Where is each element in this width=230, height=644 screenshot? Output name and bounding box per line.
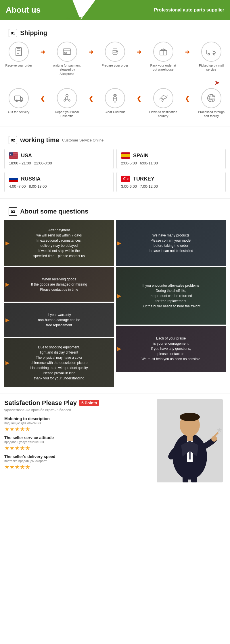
questions-grid: ▶ After paymentwe will send out within 7… [4, 220, 226, 387]
svg-rect-5 [63, 49, 71, 55]
country-usa: ★ USA 18:00 - 21:00 22:00-3:00 [4, 149, 114, 169]
person-illustration: ★ [157, 399, 223, 482]
questions-right-col: ▶ We have many productsPlease confirm yo… [116, 220, 226, 387]
q-arrow-r3: ▶ [117, 346, 121, 352]
svg-rect-65 [183, 477, 188, 482]
working-header: 02 working time Customer Service Online [9, 136, 221, 144]
step-circle-6 [9, 88, 29, 108]
step-out-delivery: Out for delivery [4, 88, 33, 114]
step-label-9: Flown to destination country [149, 110, 178, 118]
step-circle-9 [153, 88, 173, 108]
shipping-header: 01 Shipping [9, 29, 221, 37]
q-text-r3: Each of your praiseis your encouragement… [138, 333, 204, 364]
rating-label-2: The seller service attitude [4, 435, 151, 440]
stars-1: ★★★★★ [4, 426, 151, 432]
country-turkey: ★ TURKEY 3:00-6:00 7:00-12:00 [116, 172, 226, 192]
svg-rect-39 [9, 157, 18, 158]
svg-rect-40 [9, 158, 18, 158]
svg-text:★: ★ [216, 426, 222, 434]
shipping-row-1: Receive your order ➜ waiting for payment… [4, 42, 226, 76]
questions-left-col: ▶ After paymentwe will send out within 7… [4, 220, 114, 387]
q-arrow-l1: ▶ [5, 240, 9, 246]
satisfaction-section: Satisfaction Please Play 5 Points удовле… [0, 393, 230, 488]
arrow-left-3: ❮ [137, 95, 141, 102]
q-block-l4: ▶ Due to shooting equipment,light and di… [4, 338, 114, 387]
arrow-left-2: ❮ [89, 95, 93, 102]
svg-rect-7 [64, 52, 67, 53]
shipping-row-2: Out for delivery ❮ Depart your local Pos… [4, 88, 226, 118]
step-prepare: Prepare your order [101, 42, 129, 67]
satisfaction-title-row: Satisfaction Please Play 5 Points [4, 399, 151, 407]
arrow-3: ➜ [137, 49, 141, 55]
working-num: 02 [9, 136, 17, 144]
step-sort: Processed through sort facility [197, 88, 226, 118]
satisfaction-title-text: Satisfaction Please Play [4, 399, 77, 407]
step-pickup: Picked up by mail service [197, 42, 226, 72]
q-block-l3: ▶ 1 year warrantynon-human damage can be… [4, 303, 114, 337]
spain-name: SPAIN [133, 153, 149, 159]
svg-rect-26 [113, 97, 117, 101]
step-circle-10 [201, 88, 221, 108]
q-arrow-l4: ▶ [5, 360, 9, 366]
tagline-text: Professional auto parts supplier [154, 7, 225, 13]
stars-3: ★★★★★ [4, 463, 151, 470]
step-label-5: Picked up by mail service [197, 63, 226, 72]
turkey-name: TURKEY [133, 176, 154, 182]
working-section: 02 working time Customer Service Online [0, 127, 230, 199]
clipboard-icon [14, 46, 24, 57]
svg-rect-18 [15, 96, 20, 100]
turkey-flag: ★ [121, 176, 130, 182]
country-russia: RUSSIA 4:00 -7:00 8:00-13:00 [4, 172, 114, 192]
about-title: About us [6, 5, 41, 15]
svg-rect-47 [9, 180, 18, 182]
step-circle-5 [201, 42, 221, 62]
rating-sub-2: продавец услуг отношения [4, 440, 151, 444]
points-badge: 5 Points [79, 400, 99, 406]
arrow-down: ➤ [4, 79, 226, 87]
svg-rect-66 [191, 477, 197, 482]
payment-icon [62, 46, 72, 57]
turkey-name-row: ★ TURKEY [121, 176, 221, 182]
svg-rect-0 [16, 48, 22, 56]
q-text-l4: Due to shooting equipment,light and disp… [27, 342, 91, 384]
step-label-1: Receive your order [5, 63, 32, 67]
russia-flag [9, 176, 18, 182]
step-circle-1 [9, 42, 29, 62]
q-block-r1: ▶ We have many productsPlease confirm yo… [116, 220, 226, 266]
step-label-7: Depart your local Post offic [53, 110, 81, 118]
shipping-num: 01 [9, 29, 17, 37]
svg-point-22 [64, 100, 66, 101]
svg-rect-44 [121, 154, 130, 157]
svg-point-11 [117, 51, 118, 52]
step-circle-3 [105, 42, 125, 62]
usa-times: 18:00 - 21:00 22:00-3:00 [9, 161, 109, 165]
step-receive: Receive your order [4, 42, 33, 67]
globe-icon [206, 93, 216, 103]
rating-label-1: Matching to description [4, 416, 151, 421]
q-text-l1: After paymentwe will send out within 7 d… [30, 225, 88, 261]
svg-point-50 [124, 178, 126, 180]
step-label-2: waiting for payment released by Aliexpre… [53, 63, 81, 76]
truck-icon [206, 46, 216, 57]
q-text-l3: 1 year warrantynon-human damage can befr… [34, 309, 84, 331]
step-postal: Depart your local Post offic [53, 88, 81, 118]
arrow-2: ➜ [89, 49, 93, 55]
rating-label-3: The seller's delivery speed [4, 454, 151, 459]
questions-header: 03 About some questions [9, 207, 221, 216]
svg-rect-59 [187, 435, 193, 441]
spain-flag [121, 152, 130, 159]
rating-sub-1: подщащие для описания [4, 421, 151, 425]
questions-title: About some questions [20, 208, 88, 215]
step-circle-7 [57, 88, 77, 108]
usa-name: USA [21, 153, 32, 159]
svg-rect-46 [9, 178, 18, 180]
q-block-l1: ▶ After paymentwe will send out within 7… [4, 220, 114, 266]
q-block-r2: ▶ If you encounter after-sales problemsD… [116, 267, 226, 325]
working-subtitle: Customer Service Online [62, 138, 104, 142]
svg-line-24 [67, 97, 68, 99]
q-text-l2: When receiving goodsIf the goods are dam… [28, 274, 91, 295]
q-text-r2: If you encounter after-sales problemsDur… [138, 280, 204, 312]
rating-sub-3: поставка продавцом скорость [4, 459, 151, 463]
satisfaction-subtitle: удовлетворение просьба играть 5 баллов [4, 408, 151, 412]
plane-icon [158, 93, 168, 103]
